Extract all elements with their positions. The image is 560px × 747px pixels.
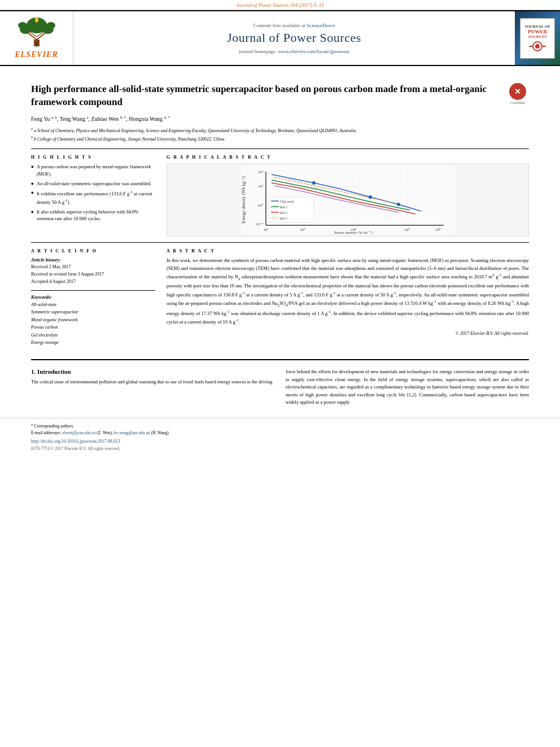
svg-text:10³: 10³ <box>300 228 305 232</box>
intro-right: force behind the efforts for development… <box>286 368 529 407</box>
paper-title: High performance all-solid-state symmetr… <box>31 83 498 109</box>
received-date: Received 2 May 2017 <box>31 264 155 271</box>
email-link-2[interactable]: hx.wang@qut.edu.au <box>114 430 150 435</box>
svg-text:This work: This work <box>280 200 294 203</box>
email-link-1[interactable]: zlwen@jcnu.edu.cn <box>62 430 95 435</box>
intro-right-text: force behind the efforts for development… <box>286 368 529 407</box>
svg-text:10²: 10² <box>263 228 268 232</box>
svg-text:Energy density (Wh kg⁻¹): Energy density (Wh kg⁻¹) <box>241 176 246 224</box>
journal-title: Journal of Power Sources <box>227 30 361 45</box>
article-info-label: A R T I C L E I N F O <box>31 248 155 254</box>
keyword-3: Metal-organic framework <box>31 316 155 324</box>
authors-line: Feng Yu a, b, Teng Wang a, Zubiao Wen b,… <box>31 115 529 123</box>
article-history-title: Article history: <box>31 257 155 263</box>
highlights-graphical-section: H I G H L I G H T S A porous carbon was … <box>31 155 529 237</box>
intro-heading: 1. Introduction <box>31 368 274 375</box>
abstract-text: In this work, we demonstrate the synthes… <box>167 257 529 326</box>
doi-link[interactable]: http://dx.doi.org/10.1016/j.jpowsour.201… <box>31 439 529 444</box>
info-divider <box>31 290 155 291</box>
highlight-4: It also exhibits superior cycling behavi… <box>31 208 155 223</box>
abstract-label: A B S T R A C T <box>167 248 529 254</box>
issn-line: 0378-7753/© 2017 Elsevier B.V. All right… <box>31 446 529 451</box>
keyword-1: All-solid-state <box>31 301 155 309</box>
ragone-chart: Energy density (Wh kg⁻¹) 10² 10¹ 10⁰ 10⁻… <box>167 166 528 234</box>
highlights-list: A porous carbon was prepared by metal-or… <box>31 163 155 222</box>
email1-name: (Z. Wen), <box>97 430 114 435</box>
highlight-2: An all-solid-state symmetric supercapaci… <box>31 180 155 187</box>
badge-icon <box>526 41 549 52</box>
introduction-section: 1. Introduction The critical issue of en… <box>0 368 560 407</box>
svg-text:Ref 1: Ref 1 <box>280 206 287 209</box>
title-divider <box>31 148 529 149</box>
badge-journal-of: JOURNAL OF <box>525 24 550 29</box>
svg-text:Ref 2: Ref 2 <box>280 211 287 215</box>
article-info-section: A R T I C L E I N F O Article history: R… <box>31 248 529 351</box>
affiliation-a: a a School of Chemistry, Physics and Mec… <box>31 126 529 134</box>
journal-citation: Journal of Power Sources 364 (2017) 9–15 <box>236 2 324 8</box>
footnote-corresponding: * Corresponding authors. <box>31 423 529 430</box>
paper-content: High performance all-solid-state symmetr… <box>0 66 560 360</box>
graphical-abstract-image: Energy density (Wh kg⁻¹) 10² 10¹ 10⁰ 10⁻… <box>167 163 529 237</box>
svg-point-14 <box>535 44 540 49</box>
accepted-date: Accepted 4 August 2017 <box>31 278 155 286</box>
intro-left: 1. Introduction The critical issue of en… <box>31 368 274 407</box>
copyright: © 2017 Elsevier B.V. All rights reserved… <box>167 331 529 336</box>
elsevier-wordmark: ELSEVIER <box>15 50 58 59</box>
power-sources-badge: JOURNAL OF POWER SOURCES <box>515 11 560 65</box>
keyword-2: Symmetric supercapacitor <box>31 308 155 316</box>
abstract-col: A B S T R A C T In this work, we demonst… <box>167 248 529 351</box>
elsevier-logo-block: ELSEVIER <box>0 11 73 65</box>
svg-point-38 <box>397 203 400 206</box>
graphical-abstract-col: G R A P H I C A L A B S T R A C T Energy… <box>167 155 529 237</box>
footnote-emails: E-mail addresses: zlwen@jcnu.edu.cn (Z. … <box>31 430 529 436</box>
journal-header: ELSEVIER Contents lists available at Sci… <box>0 10 560 66</box>
highlight-3: It exhibits excellent rate performance (… <box>31 189 155 206</box>
science-direct-link[interactable]: ScienceDirect <box>307 23 335 28</box>
svg-text:10¹: 10¹ <box>258 184 263 189</box>
highlights-label: H I G H L I G H T S <box>31 155 155 160</box>
affiliations: a a School of Chemistry, Physics and Mec… <box>31 126 529 143</box>
crossmark-label: CrossMark <box>510 101 526 104</box>
email2-name: (H. Wang). <box>151 430 169 435</box>
badge-sources: SOURCES <box>528 34 546 39</box>
article-info-left: A R T I C L E I N F O Article history: R… <box>31 248 155 351</box>
badge-inner: JOURNAL OF POWER SOURCES <box>520 18 555 59</box>
keyword-5: Gel electrolyte <box>31 331 155 339</box>
highlight-1: A porous carbon was prepared by metal-or… <box>31 163 155 178</box>
svg-point-37 <box>369 195 372 199</box>
keywords-list: All-solid-state Symmetric supercapacitor… <box>31 301 155 347</box>
svg-point-11 <box>36 42 38 45</box>
graphical-abstract-label: G R A P H I C A L A B S T R A C T <box>167 155 529 160</box>
svg-point-10 <box>35 17 38 23</box>
keywords-title: Keywords: <box>31 294 155 300</box>
svg-text:10²: 10² <box>258 170 263 174</box>
highlights-col: H I G H L I G H T S A porous carbon was … <box>31 155 155 237</box>
crossmark-icon: ✕ <box>509 83 526 100</box>
affiliation-b: b b College of Chemistry and Chemical En… <box>31 135 529 143</box>
main-divider <box>31 359 529 360</box>
svg-text:Power density (W kg⁻¹): Power density (W kg⁻¹) <box>334 230 373 234</box>
homepage-line: journal homepage: www.elsevier.com/locat… <box>239 49 349 54</box>
elsevier-tree-icon <box>14 17 59 48</box>
svg-point-8 <box>18 22 27 29</box>
keyword-4: Porous carbon <box>31 324 155 331</box>
badge-power: POWER <box>528 29 547 35</box>
keywords-block: Keywords: All-solid-state Symmetric supe… <box>31 294 155 347</box>
paper-title-section: High performance all-solid-state symmetr… <box>31 83 529 109</box>
journal-center-block: Contents lists available at ScienceDirec… <box>73 11 515 65</box>
svg-point-9 <box>46 22 55 29</box>
svg-text:10⁶: 10⁶ <box>435 228 441 232</box>
svg-text:10⁰: 10⁰ <box>257 203 263 208</box>
svg-point-36 <box>312 181 316 185</box>
crossmark-badge: ✕ CrossMark <box>506 83 529 104</box>
svg-text:10⁵: 10⁵ <box>404 228 410 232</box>
svg-text:Ref 3: Ref 3 <box>280 217 287 220</box>
section-divider-1 <box>31 242 529 243</box>
svg-text:10⁻¹: 10⁻¹ <box>256 222 263 226</box>
journal-citation-bar: Journal of Power Sources 364 (2017) 9–15 <box>0 0 560 10</box>
intro-left-text: The critical issue of environmental poll… <box>31 378 274 386</box>
received-revised-date: Received in revised form 3 August 2017 <box>31 271 155 278</box>
contents-line: Contents lists available at ScienceDirec… <box>253 23 335 28</box>
homepage-link[interactable]: www.elsevier.com/locate/jpowsour <box>278 49 349 54</box>
article-history-block: Article history: Received 2 May 2017 Rec… <box>31 257 155 285</box>
